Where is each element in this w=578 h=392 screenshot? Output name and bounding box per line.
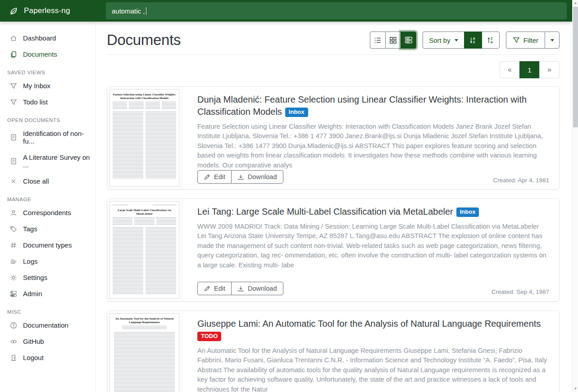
sidebar-section-heading: MISC [0, 309, 96, 315]
sort-group: Sort by A Z Z A [423, 32, 500, 49]
sidebar-item-my-inbox[interactable]: My Inbox [0, 79, 96, 92]
pagination-prev-button[interactable]: « [500, 61, 520, 78]
header-divider [107, 54, 560, 55]
toggles-icon [10, 290, 17, 297]
sidebar-item-label: Admin [23, 290, 42, 297]
document-title-link[interactable]: Giuseppe Lami: An Automatic Tool for the… [197, 318, 549, 342]
document-created-date: Created: Sep 4, 1987 [492, 288, 549, 295]
filter-button[interactable]: Filter [506, 32, 545, 49]
sidebar-item-admin[interactable]: Admin [0, 287, 96, 300]
page-title: Documents [107, 32, 181, 49]
chevron-down-icon [455, 39, 458, 41]
sidebar-item-label: Identification of non-fu... [23, 130, 92, 145]
document-actions: Edit Download [197, 170, 283, 184]
log-list-icon [10, 258, 17, 265]
document-summary: WWW 2009 MADRID! Track: Data Mining / Se… [197, 222, 549, 270]
sidebar-item-label: Todo list [23, 98, 48, 106]
detail-view-button[interactable] [401, 32, 416, 49]
window-scrollbar[interactable]: ▲ ▼ [572, 0, 578, 392]
document-thumbnail[interactable]: Feature Selection using Linear Classifie… [107, 87, 182, 189]
sidebar-item-todo-list[interactable]: Todo list [0, 95, 96, 108]
sort-descending-button[interactable]: A Z [464, 32, 482, 49]
sort-by-dropdown[interactable]: Sort by [423, 32, 464, 49]
sidebar-item-label: Tags [23, 225, 37, 233]
sidebar-item-correspondents[interactable]: Correspondents [0, 206, 96, 219]
leaf-logo-icon [9, 6, 18, 16]
sidebar-section-heading: SAVED VIEWS [0, 70, 96, 75]
search-text: automatic , [112, 7, 145, 15]
sidebar-item-label: My Inbox [23, 82, 50, 90]
grid-view-button[interactable] [385, 32, 401, 49]
gear-icon [10, 274, 17, 281]
pagination-next-button[interactable]: » [539, 61, 560, 78]
svg-text:A: A [473, 37, 475, 40]
sidebar-section-heading: MANAGE [0, 197, 96, 202]
pagination-page-1[interactable]: 1 [519, 61, 540, 78]
sidebar-item-documentation[interactable]: Documentation [0, 319, 96, 332]
document-actions: Edit Download [197, 282, 283, 295]
search-zone: automatic , [96, 2, 572, 19]
documents-toolbar: Sort by A Z Z A [370, 32, 560, 49]
global-search-input[interactable]: automatic , [106, 2, 567, 19]
sidebar: Dashboard Documents SAVED VIEWS My Inbox… [0, 22, 96, 392]
sidebar-item-label: Logout [23, 354, 44, 361]
download-button[interactable]: Download [231, 282, 283, 295]
download-icon [237, 285, 244, 292]
sidebar-item-label: GitHub [23, 338, 44, 345]
home-icon [10, 35, 17, 42]
text-cursor [146, 7, 146, 15]
sort-ascending-button[interactable]: Z A [482, 32, 500, 49]
document-summary: An Automatic Tool for the Analysis of Na… [197, 346, 549, 392]
edit-button[interactable]: Edit [197, 282, 232, 295]
document-card: Large Scale Multi-Label Classification v… [107, 198, 560, 302]
sidebar-item-documents[interactable]: Documents [0, 48, 96, 61]
sidebar-item-logout[interactable]: Logout [0, 351, 96, 364]
document-card: An Automatic Tool for the Analysis of Na… [107, 311, 560, 392]
documents-icon [10, 51, 17, 58]
sidebar-item-label: Logs [23, 257, 38, 265]
app-brand[interactable]: Paperless-ng [0, 6, 96, 16]
sidebar-open-document-2[interactable]: A Literature Survey on ... [0, 151, 96, 171]
door-icon [10, 354, 17, 361]
filter-group: Filter [506, 32, 560, 49]
document-title-link[interactable]: Dunja Mladenić: Feature Selection using … [197, 94, 549, 118]
main-content: Documents [96, 22, 572, 392]
tag-badge-inbox[interactable]: Inbox [456, 207, 479, 217]
close-icon [10, 178, 17, 185]
sidebar-item-github[interactable]: GitHub [0, 335, 96, 348]
sidebar-item-tags[interactable]: Tags [0, 222, 96, 235]
scrollbar-down-arrow[interactable]: ▼ [573, 386, 578, 392]
pagination: « 1 » [500, 61, 560, 78]
scrollbar-up-arrow[interactable]: ▲ [573, 0, 578, 6]
sidebar-item-label: Dashboard [23, 34, 56, 42]
sidebar-item-document-types[interactable]: Document types [0, 239, 96, 252]
list-view-button[interactable] [370, 32, 386, 49]
download-button[interactable]: Download [231, 170, 283, 184]
funnel-icon [513, 36, 520, 44]
tag-icon [10, 225, 17, 233]
sidebar-item-label: A Literature Survey on ... [23, 153, 92, 169]
sidebar-item-logs[interactable]: Logs [0, 255, 96, 268]
sidebar-item-label: Correspondents [23, 209, 71, 216]
scrollbar-thumb[interactable] [573, 7, 578, 127]
sidebar-item-dashboard[interactable]: Dashboard [0, 32, 96, 45]
sidebar-open-document-1[interactable]: Identification of non-fu... [0, 127, 96, 148]
document-thumbnail[interactable]: An Automatic Tool for the Analysis of Na… [107, 311, 182, 392]
thumbnail-paper-title: An Automatic Tool for the Analysis of Na… [113, 317, 176, 324]
sidebar-item-settings[interactable]: Settings [0, 271, 96, 284]
document-created-date: Created: Apr 4, 1981 [493, 177, 549, 184]
file-text-icon [10, 158, 17, 165]
document-title-link[interactable]: Lei Tang: Large Scale Multi-Label Classi… [197, 206, 549, 218]
document-thumbnail[interactable]: Large Scale Multi-Label Classification v… [107, 199, 182, 301]
tag-badge-inbox[interactable]: Inbox [285, 108, 308, 117]
sidebar-item-label: Document types [23, 241, 72, 249]
tag-badge-todo[interactable]: TODO [197, 332, 221, 341]
link-icon [10, 338, 17, 345]
filter-dropdown-button[interactable] [545, 32, 560, 49]
document-card: Feature Selection using Linear Classifie… [107, 86, 560, 189]
person-icon [10, 209, 17, 216]
sidebar-item-close-all[interactable]: Close all [0, 175, 96, 188]
svg-text:Z: Z [473, 40, 475, 43]
edit-button[interactable]: Edit [197, 170, 232, 184]
thumbnail-paper-title: Large Scale Multi-Label Classification v… [113, 208, 176, 216]
